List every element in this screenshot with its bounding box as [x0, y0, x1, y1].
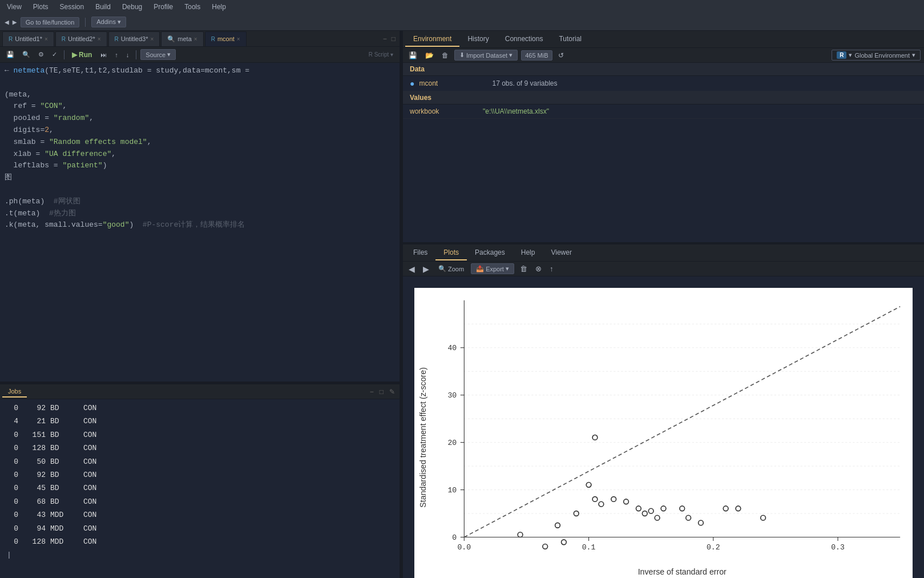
env-var-value: "e:\\UA\\netmeta.xlsx" — [483, 107, 549, 115]
close-tab-icon[interactable]: × — [45, 36, 48, 42]
svg-rect-0 — [414, 288, 913, 578]
up-btn[interactable]: ↑ — [112, 50, 121, 59]
back-icon: ◀ — [5, 18, 9, 27]
r-icon: R — [9, 36, 13, 42]
code-line: digits=2, — [0, 125, 400, 137]
tab-plots[interactable]: Plots — [435, 246, 467, 260]
r-icon: R — [115, 36, 119, 42]
zoom-button[interactable]: 🔍 🔍 Zoom Zoom — [435, 264, 467, 274]
tab-untitled3[interactable]: R Untitled3* × — [108, 31, 160, 46]
clear-env-button[interactable]: 🗑 — [439, 51, 451, 60]
env-selector[interactable]: R ▾ Global Environment ▾ — [832, 50, 921, 61]
export-button[interactable]: 📤 Export ▾ — [471, 263, 514, 274]
publish-button[interactable]: ↑ — [547, 264, 556, 274]
minimize-editor-button[interactable]: − — [381, 34, 389, 43]
addins-button[interactable]: Addins ▾ — [91, 17, 126, 27]
env-var-value: 17 obs. of 9 variables — [492, 79, 557, 87]
tab-tutorial[interactable]: Tutorial — [551, 32, 590, 47]
maximize-console-button[interactable]: □ — [377, 387, 386, 396]
rscript-btn[interactable]: R Script ▾ — [366, 50, 396, 59]
svg-text:10: 10 — [448, 486, 457, 495]
tab-help[interactable]: Help — [513, 246, 543, 260]
pencil-icon[interactable]: ✎ — [387, 387, 397, 396]
menu-plots[interactable]: Plots — [31, 2, 51, 12]
menu-session[interactable]: Session — [57, 2, 86, 12]
close-tab-icon[interactable]: × — [194, 36, 197, 42]
save-button[interactable]: 💾 — [3, 50, 17, 59]
find-button[interactable]: 🔍 — [19, 50, 33, 59]
console-row: 0 92 BD CON — [5, 402, 395, 415]
tab-viewer[interactable]: Viewer — [543, 246, 579, 260]
zoom-icon: 🔍 — [438, 265, 446, 272]
r-icon: R — [211, 36, 215, 42]
values-section-header: Values — [403, 91, 924, 105]
maximize-editor-button[interactable]: □ — [390, 34, 397, 43]
menu-view[interactable]: View — [5, 2, 24, 12]
tab-mcont[interactable]: R mcont × — [205, 31, 247, 46]
close-tab-icon[interactable]: × — [98, 36, 101, 42]
tab-jobs[interactable]: Jobs — [2, 386, 27, 398]
minimize-console-button[interactable]: − — [368, 387, 376, 396]
svg-text:0: 0 — [452, 533, 457, 542]
console-content[interactable]: 0 92 BD CON 4 21 BD CON 0 151 BD CON — [0, 399, 400, 578]
console-row: 0 128 BD CON — [5, 441, 395, 455]
tab-files[interactable]: Files — [405, 246, 435, 260]
load-env-button[interactable]: 📂 — [423, 51, 436, 60]
menu-profile[interactable]: Profile — [151, 2, 175, 12]
console-row: 4 21 BD CON — [5, 415, 395, 428]
svg-text:20: 20 — [448, 439, 457, 447]
code-line: pooled = "random", — [0, 113, 400, 125]
code-line: xlab = "UA difference", — [0, 148, 400, 160]
save-env-button[interactable]: 💾 — [406, 51, 419, 60]
plots-panel: Files Plots Packages Help Viewer ◀ ▶ 🔍 🔍… — [403, 244, 924, 578]
toolbar-separator — [85, 18, 86, 27]
delete-plot-button[interactable]: 🗑 — [518, 264, 530, 274]
svg-text:40: 40 — [448, 344, 457, 352]
tab-packages[interactable]: Packages — [467, 246, 513, 260]
code-line: leftlabs = "patient") — [0, 160, 400, 172]
console-row: 0 94 MDD CON — [5, 522, 395, 535]
toolbar-separator — [64, 50, 64, 59]
svg-text:30: 30 — [448, 391, 457, 400]
env-value-row-workbook[interactable]: workbook "e:\\UA\\netmeta.xlsx" — [403, 105, 924, 119]
menu-debug[interactable]: Debug — [120, 2, 144, 12]
run-button[interactable]: ▶ ▶ Run Run — [68, 50, 95, 60]
code-line: .k(meta, small.values="good") #P-score计算… — [0, 219, 400, 231]
r-badge: R — [837, 51, 846, 59]
import-dataset-button[interactable]: ⬇ Import Dataset ▾ — [454, 50, 518, 61]
tab-environment[interactable]: Environment — [405, 32, 459, 47]
scatter-plot: 0.0 0.1 0.2 0.3 0 — [414, 288, 913, 578]
menu-help[interactable]: Help — [209, 2, 228, 12]
code-line: (meta, — [0, 89, 400, 101]
plots-toolbar: ◀ ▶ 🔍 🔍 Zoom Zoom 📤 Export ▾ 🗑 ⊗ ↑ — [403, 262, 924, 276]
tab-history[interactable]: History — [459, 32, 497, 47]
source-button[interactable]: Source ▾ — [140, 49, 176, 60]
editor-tabs: R Untitled1* × R Untitled2* × R Untitled… — [0, 31, 400, 47]
go-to-file-button[interactable]: Go to file/function — [21, 17, 80, 27]
svg-text:0.2: 0.2 — [707, 543, 720, 552]
close-tab-icon[interactable]: × — [237, 36, 240, 42]
menu-build[interactable]: Build — [93, 2, 113, 12]
code-tools-button[interactable]: ⚙ — [35, 50, 47, 59]
to-next-btn[interactable]: ⏭ — [98, 50, 110, 59]
prev-plot-button[interactable]: ◀ — [406, 264, 417, 274]
check-button[interactable]: ✓ — [49, 50, 60, 59]
tab-connections[interactable]: Connections — [497, 32, 551, 47]
env-data-row-mcont[interactable]: ● mcont 17 obs. of 9 variables — [403, 76, 924, 91]
clear-plots-button[interactable]: ⊗ — [533, 264, 544, 274]
r-icon: R — [62, 36, 66, 42]
tab-untitled2[interactable]: R Untitled2* × — [55, 31, 107, 46]
down-btn[interactable]: ↓ — [123, 50, 132, 59]
refresh-button[interactable]: ↺ — [556, 51, 566, 60]
toolbar-separator2 — [136, 50, 136, 59]
code-line: ← netmeta(TE,seTE,t1,t2,studlab = study,… — [0, 65, 400, 77]
next-plot-button[interactable]: ▶ — [421, 264, 431, 274]
tab-untitled1[interactable]: R Untitled1* × — [2, 31, 54, 46]
code-editor[interactable]: ← netmeta(TE,seTE,t1,t2,studlab = study,… — [0, 63, 400, 382]
menu-tools[interactable]: Tools — [182, 2, 203, 12]
close-tab-icon[interactable]: × — [151, 36, 154, 42]
tab-meta[interactable]: 🔍 meta × — [161, 31, 203, 46]
env-var-name: workbook — [410, 107, 478, 115]
main-layout: R Untitled1* × R Untitled2* × R Untitled… — [0, 31, 924, 578]
console-tabs: Jobs − □ ✎ — [0, 384, 400, 399]
